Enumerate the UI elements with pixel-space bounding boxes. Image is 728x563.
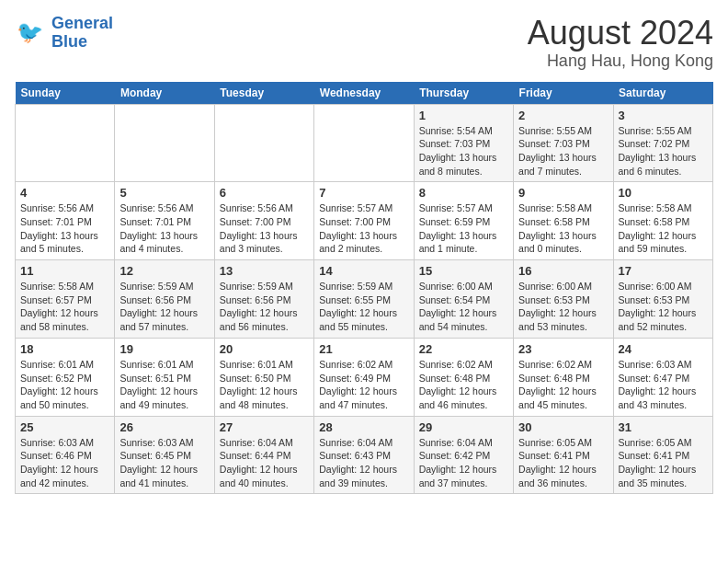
day-info: Sunrise: 6:01 AM Sunset: 6:52 PM Dayligh…	[20, 358, 109, 412]
calendar-week-row: 25Sunrise: 6:03 AM Sunset: 6:46 PM Dayli…	[16, 416, 713, 494]
day-number: 21	[319, 342, 408, 356]
calendar-cell: 1Sunrise: 5:54 AM Sunset: 7:03 PM Daylig…	[414, 104, 513, 182]
day-info: Sunrise: 5:57 AM Sunset: 6:59 PM Dayligh…	[419, 201, 508, 256]
day-number: 29	[419, 420, 508, 434]
day-number: 17	[619, 264, 708, 278]
calendar-cell: 27Sunrise: 6:04 AM Sunset: 6:44 PM Dayli…	[214, 416, 313, 494]
day-number: 24	[619, 342, 708, 356]
day-info: Sunrise: 5:55 AM Sunset: 7:02 PM Dayligh…	[619, 124, 708, 178]
day-number: 9	[518, 186, 608, 200]
day-info: Sunrise: 6:03 AM Sunset: 6:45 PM Dayligh…	[119, 436, 209, 490]
calendar-cell: 31Sunrise: 6:05 AM Sunset: 6:41 PM Dayli…	[613, 416, 712, 494]
svg-text:🐦: 🐦	[17, 19, 44, 45]
day-info: Sunrise: 6:04 AM Sunset: 6:44 PM Dayligh…	[220, 436, 309, 490]
title-block: August 2024 Hang Hau, Hong Kong	[528, 15, 713, 71]
day-info: Sunrise: 5:59 AM Sunset: 6:56 PM Dayligh…	[119, 280, 209, 334]
day-info: Sunrise: 5:55 AM Sunset: 7:03 PM Dayligh…	[518, 124, 608, 178]
day-info: Sunrise: 5:54 AM Sunset: 7:03 PM Dayligh…	[419, 124, 508, 178]
calendar-cell: 13Sunrise: 5:59 AM Sunset: 6:56 PM Dayli…	[214, 260, 313, 339]
day-number: 25	[20, 420, 109, 434]
calendar-week-row: 11Sunrise: 5:58 AM Sunset: 6:57 PM Dayli…	[16, 260, 713, 339]
day-info: Sunrise: 6:04 AM Sunset: 6:43 PM Dayligh…	[319, 436, 408, 490]
logo-icon: 🐦	[15, 17, 48, 50]
day-info: Sunrise: 6:01 AM Sunset: 6:51 PM Dayligh…	[119, 358, 209, 412]
day-info: Sunrise: 5:57 AM Sunset: 7:00 PM Dayligh…	[319, 201, 408, 256]
calendar-cell: 15Sunrise: 6:00 AM Sunset: 6:54 PM Dayli…	[414, 260, 513, 339]
day-number: 26	[119, 420, 209, 434]
day-number: 30	[518, 420, 608, 434]
calendar-table: SundayMondayTuesdayWednesdayThursdayFrid…	[15, 82, 713, 495]
day-number: 27	[220, 420, 309, 434]
day-info: Sunrise: 6:05 AM Sunset: 6:41 PM Dayligh…	[619, 436, 708, 490]
day-number: 7	[319, 186, 408, 200]
calendar-cell: 21Sunrise: 6:02 AM Sunset: 6:49 PM Dayli…	[314, 338, 414, 416]
calendar-cell: 2Sunrise: 5:55 AM Sunset: 7:03 PM Daylig…	[514, 104, 613, 182]
day-info: Sunrise: 5:59 AM Sunset: 6:55 PM Dayligh…	[319, 280, 408, 334]
header-wednesday: Wednesday	[314, 82, 414, 105]
day-number: 3	[619, 109, 708, 122]
day-number: 31	[619, 420, 708, 434]
header-thursday: Thursday	[414, 82, 513, 105]
calendar-week-row: 1Sunrise: 5:54 AM Sunset: 7:03 PM Daylig…	[16, 104, 713, 182]
calendar-cell: 19Sunrise: 6:01 AM Sunset: 6:51 PM Dayli…	[115, 338, 214, 416]
calendar-cell: 9Sunrise: 5:58 AM Sunset: 6:58 PM Daylig…	[514, 182, 613, 260]
header-saturday: Saturday	[613, 82, 712, 105]
page-title: August 2024	[528, 15, 713, 52]
day-number: 4	[20, 186, 109, 200]
day-number: 28	[319, 420, 408, 434]
calendar-cell: 28Sunrise: 6:04 AM Sunset: 6:43 PM Dayli…	[314, 416, 414, 494]
day-info: Sunrise: 5:56 AM Sunset: 7:01 PM Dayligh…	[119, 201, 209, 256]
calendar-cell: 18Sunrise: 6:01 AM Sunset: 6:52 PM Dayli…	[16, 338, 115, 416]
logo-line2: Blue	[51, 32, 87, 51]
calendar-cell	[314, 104, 414, 182]
day-info: Sunrise: 6:00 AM Sunset: 6:53 PM Dayligh…	[518, 280, 608, 334]
day-info: Sunrise: 6:00 AM Sunset: 6:54 PM Dayligh…	[419, 280, 508, 334]
day-info: Sunrise: 5:59 AM Sunset: 6:56 PM Dayligh…	[220, 280, 309, 334]
calendar-cell	[214, 104, 313, 182]
day-info: Sunrise: 6:05 AM Sunset: 6:41 PM Dayligh…	[518, 436, 608, 490]
day-number: 14	[319, 264, 408, 278]
calendar-cell: 14Sunrise: 5:59 AM Sunset: 6:55 PM Dayli…	[314, 260, 414, 339]
day-number: 2	[518, 109, 608, 122]
day-info: Sunrise: 6:02 AM Sunset: 6:48 PM Dayligh…	[419, 358, 508, 412]
day-info: Sunrise: 6:01 AM Sunset: 6:50 PM Dayligh…	[220, 358, 309, 412]
calendar-cell: 3Sunrise: 5:55 AM Sunset: 7:02 PM Daylig…	[613, 104, 712, 182]
page-subtitle: Hang Hau, Hong Kong	[528, 52, 713, 71]
day-number: 8	[419, 186, 508, 200]
day-number: 12	[119, 264, 209, 278]
calendar-cell: 16Sunrise: 6:00 AM Sunset: 6:53 PM Dayli…	[514, 260, 613, 339]
calendar-header-row: SundayMondayTuesdayWednesdayThursdayFrid…	[16, 82, 713, 105]
page-header: 🐦 General Blue August 2024 Hang Hau, Hon…	[15, 15, 713, 71]
calendar-cell: 17Sunrise: 6:00 AM Sunset: 6:53 PM Dayli…	[613, 260, 712, 339]
calendar-cell: 22Sunrise: 6:02 AM Sunset: 6:48 PM Dayli…	[414, 338, 513, 416]
calendar-cell: 5Sunrise: 5:56 AM Sunset: 7:01 PM Daylig…	[115, 182, 214, 260]
calendar-cell: 11Sunrise: 5:58 AM Sunset: 6:57 PM Dayli…	[16, 260, 115, 339]
day-info: Sunrise: 6:03 AM Sunset: 6:47 PM Dayligh…	[619, 358, 708, 412]
day-number: 20	[220, 342, 309, 356]
day-number: 18	[20, 342, 109, 356]
calendar-cell: 30Sunrise: 6:05 AM Sunset: 6:41 PM Dayli…	[514, 416, 613, 494]
day-number: 16	[518, 264, 608, 278]
day-info: Sunrise: 6:02 AM Sunset: 6:48 PM Dayligh…	[518, 358, 608, 412]
calendar-cell: 7Sunrise: 5:57 AM Sunset: 7:00 PM Daylig…	[314, 182, 414, 260]
day-number: 1	[419, 109, 508, 122]
day-number: 23	[518, 342, 608, 356]
header-sunday: Sunday	[16, 82, 115, 105]
calendar-cell: 26Sunrise: 6:03 AM Sunset: 6:45 PM Dayli…	[115, 416, 214, 494]
day-info: Sunrise: 6:04 AM Sunset: 6:42 PM Dayligh…	[419, 436, 508, 490]
calendar-cell: 8Sunrise: 5:57 AM Sunset: 6:59 PM Daylig…	[414, 182, 513, 260]
header-tuesday: Tuesday	[214, 82, 313, 105]
day-info: Sunrise: 5:58 AM Sunset: 6:58 PM Dayligh…	[518, 201, 608, 256]
calendar-cell: 12Sunrise: 5:59 AM Sunset: 6:56 PM Dayli…	[115, 260, 214, 339]
logo-line1: General	[51, 14, 113, 32]
day-info: Sunrise: 6:00 AM Sunset: 6:53 PM Dayligh…	[619, 280, 708, 334]
day-number: 11	[20, 264, 109, 278]
calendar-cell: 20Sunrise: 6:01 AM Sunset: 6:50 PM Dayli…	[214, 338, 313, 416]
calendar-cell: 23Sunrise: 6:02 AM Sunset: 6:48 PM Dayli…	[514, 338, 613, 416]
logo-text: General Blue	[51, 15, 113, 52]
day-info: Sunrise: 5:56 AM Sunset: 7:01 PM Dayligh…	[20, 201, 109, 256]
calendar-cell: 25Sunrise: 6:03 AM Sunset: 6:46 PM Dayli…	[16, 416, 115, 494]
day-number: 19	[119, 342, 209, 356]
calendar-cell: 29Sunrise: 6:04 AM Sunset: 6:42 PM Dayli…	[414, 416, 513, 494]
header-friday: Friday	[514, 82, 613, 105]
